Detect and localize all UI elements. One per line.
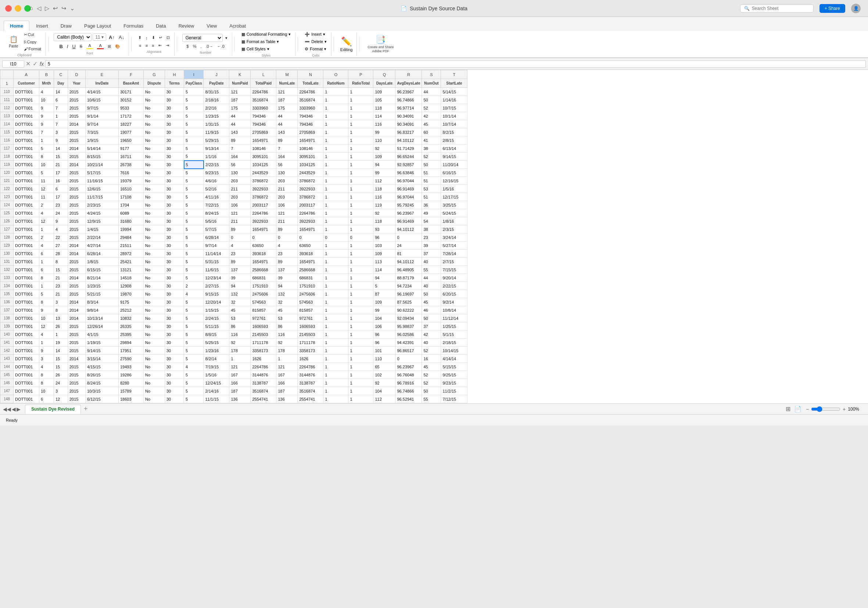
cell-b[interactable]: 5 (39, 144, 54, 152)
cell-r[interactable]: 96.91469 (395, 185, 422, 193)
cell-l[interactable]: 2443529 (251, 169, 276, 177)
cell-o[interactable]: 1 (323, 152, 349, 161)
cell-f[interactable]: 30171 (119, 88, 144, 96)
cell-c[interactable]: 24 (54, 379, 68, 387)
cell-t[interactable]: 7/28/14 (441, 250, 467, 258)
cell-b[interactable]: 5 (39, 290, 54, 298)
table-row[interactable]: 111DOTT001106201510/6/1530152No3052/18/1… (0, 96, 467, 104)
cell-o[interactable]: 1 (323, 266, 349, 274)
forward-icon[interactable]: ▷ (45, 5, 49, 12)
cell-f[interactable]: 18603 (119, 395, 144, 403)
cell-a[interactable]: DOTT001 (14, 314, 39, 323)
cell-o[interactable]: 1 (323, 128, 349, 136)
cell-i[interactable]: 5 (184, 104, 204, 112)
cell-h[interactable]: 30 (165, 233, 184, 242)
cell-c[interactable]: 7 (54, 120, 68, 128)
cell-k[interactable]: 56 (229, 161, 251, 169)
cell-j[interactable]: 5/25/15 (204, 338, 229, 347)
cell-g[interactable]: No (144, 330, 165, 338)
cell-a[interactable]: DOTT001 (14, 233, 39, 242)
cell-n[interactable]: 63650 (298, 242, 323, 250)
cell-h[interactable]: 30 (165, 290, 184, 298)
cell-g[interactable]: No (144, 298, 165, 306)
cell-b[interactable]: 9 (39, 112, 54, 120)
cell-c[interactable]: 26 (54, 371, 68, 379)
cell-n[interactable]: 1034125 (298, 161, 323, 169)
cell-p[interactable]: 1 (349, 323, 374, 330)
cell-h[interactable]: 30 (165, 282, 184, 290)
cell-k[interactable]: 23 (229, 250, 251, 258)
cell-h[interactable]: 30 (165, 169, 184, 177)
col-header-f[interactable]: F (119, 70, 144, 79)
cell-r[interactable]: 96.23967 (395, 209, 422, 217)
cell-e[interactable]: 12/6/15 (85, 185, 119, 193)
cell-j[interactable]: 8/24/15 (204, 209, 229, 217)
cell-t[interactable]: 3/24/14 (441, 233, 467, 242)
cell-j[interactable]: 6/28/14 (204, 233, 229, 242)
cell-l[interactable]: 3138787 (251, 379, 276, 387)
cell-d[interactable]: 2015 (68, 225, 85, 233)
tab-review[interactable]: Review (173, 21, 200, 31)
cell-g[interactable]: No (144, 306, 165, 314)
cell-q[interactable]: 118 (374, 185, 395, 193)
col-header-d[interactable]: D (68, 70, 85, 79)
cell-p[interactable]: 1 (349, 209, 374, 217)
cell-n[interactable]: 2264786 (298, 88, 323, 96)
cell-m[interactable]: 44 (276, 120, 298, 128)
sheet-nav-first[interactable]: ◀◀ (3, 406, 11, 412)
formula-input[interactable] (45, 60, 866, 68)
cell-t[interactable]: 12/16/15 (441, 177, 467, 185)
cell-j[interactable]: 9/7/14 (204, 242, 229, 250)
cell-s[interactable]: 42 (422, 112, 441, 120)
cell-c[interactable]: 14 (54, 144, 68, 152)
cell-m[interactable]: 89 (276, 225, 298, 233)
cell-f[interactable]: 17951 (119, 347, 144, 355)
cell-q[interactable]: 87 (374, 290, 395, 298)
cell-a[interactable]: DOTT001 (14, 96, 39, 104)
cell-p[interactable]: 1 (349, 193, 374, 201)
cell-h[interactable]: 30 (165, 96, 184, 104)
comma-button[interactable]: , (199, 43, 203, 49)
table-row[interactable]: 134DOTT00112320151/23/1512908No3022/27/1… (0, 282, 467, 290)
cell-g[interactable]: No (144, 177, 165, 185)
cell-o[interactable]: 1 (323, 290, 349, 298)
cell-d[interactable]: 2015 (68, 201, 85, 209)
cell-a[interactable]: DOTT001 (14, 306, 39, 314)
cell-s[interactable]: 53 (422, 185, 441, 193)
cell-j[interactable]: 1/1/16 (204, 152, 229, 161)
cell-styles-button[interactable]: ▦ Cell Styles ▾ (240, 46, 293, 52)
cell-p[interactable]: 1 (349, 338, 374, 347)
cell-j[interactable]: 8/31/15 (204, 88, 229, 96)
cell-q[interactable]: 110 (374, 355, 395, 363)
cell-e[interactable]: 6/15/15 (85, 266, 119, 274)
cell-r[interactable]: 96.23967 (395, 88, 422, 96)
cell-a[interactable]: DOTT001 (14, 120, 39, 128)
cell-b[interactable]: 12 (39, 185, 54, 193)
table-row[interactable]: 137DOTT0019820149/8/1425212No3051/15/154… (0, 306, 467, 314)
cell-g[interactable]: No (144, 274, 165, 282)
cell-m[interactable]: 203 (276, 177, 298, 185)
cell-l[interactable]: 1751910 (251, 282, 276, 290)
cell-j[interactable]: 7/19/15 (204, 363, 229, 371)
cell-b[interactable]: 4 (39, 363, 54, 371)
cell-n[interactable]: 3303960 (298, 104, 323, 112)
cell-q[interactable]: 99 (374, 169, 395, 177)
cell-k[interactable]: 53 (229, 314, 251, 323)
cell-c[interactable]: 17 (54, 193, 68, 201)
cell-s[interactable]: 50 (422, 314, 441, 323)
cell-l[interactable]: 3358173 (251, 347, 276, 355)
cell-m[interactable]: 23 (276, 250, 298, 258)
cell-e[interactable]: 12/9/15 (85, 217, 119, 225)
cell-j[interactable]: 11/9/15 (204, 128, 229, 136)
cell-m[interactable]: 4 (276, 242, 298, 250)
cell-d[interactable]: 2014 (68, 274, 85, 282)
cell-p[interactable]: 1 (349, 169, 374, 177)
cell-t[interactable]: 5/15/15 (441, 363, 467, 371)
cell-d[interactable]: 2014 (68, 355, 85, 363)
cell-p[interactable]: 0 (349, 233, 374, 242)
cell-t[interactable]: 10/1/14 (441, 112, 467, 120)
tab-home[interactable]: Home (4, 20, 29, 31)
cell-q[interactable]: 93 (374, 225, 395, 233)
font-size-dropdown[interactable]: 11 ▾ (93, 33, 106, 41)
cell-i[interactable]: 5 (184, 250, 204, 258)
